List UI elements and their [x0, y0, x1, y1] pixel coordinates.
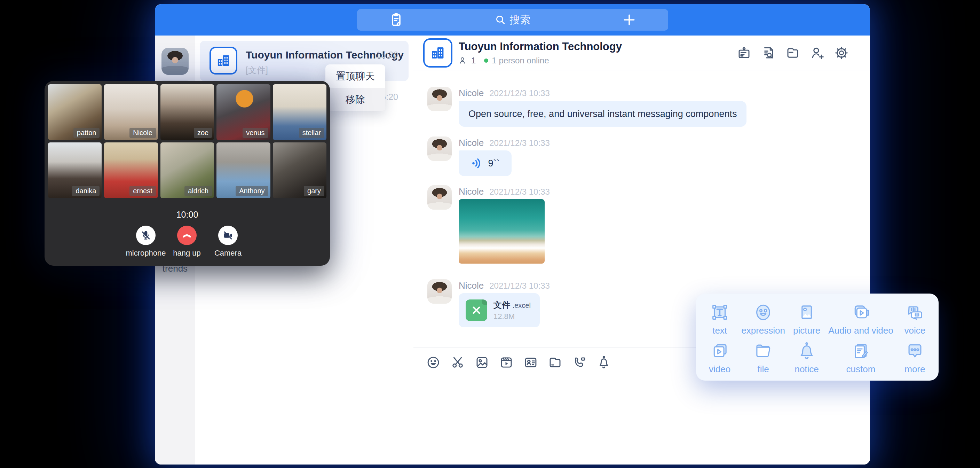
file-size: 12.8M	[493, 312, 515, 321]
message-meta: Nicole2021/12/3 10:33	[459, 137, 550, 149]
camera-muted-icon	[223, 230, 234, 241]
notification-icon[interactable]	[597, 355, 611, 370]
action-text[interactable]: text	[698, 300, 741, 339]
file-message[interactable]: 文件 .excel 12.8M	[459, 293, 540, 327]
avatar[interactable]	[427, 279, 452, 303]
action-voice[interactable]: voice	[893, 300, 937, 339]
video-icon	[710, 341, 730, 361]
notice-icon	[797, 341, 817, 361]
action-more[interactable]: more	[893, 339, 937, 377]
conversation-time: 15:20	[376, 50, 398, 60]
participant-tile[interactable]: ernest	[104, 142, 158, 198]
participant-grid: patton Nicole zoe venus stellar danika e…	[48, 84, 326, 198]
participant-name: patton	[73, 128, 100, 138]
video-clip-icon[interactable]	[499, 355, 514, 370]
participant-tile[interactable]: patton	[48, 84, 102, 140]
action-notice[interactable]: notice	[785, 339, 828, 377]
message-meta: Nicole2021/12/3 10:33	[459, 186, 550, 197]
voice-message[interactable]: 9``	[459, 150, 512, 176]
participant-tile[interactable]: venus	[216, 84, 270, 140]
image-icon[interactable]	[475, 355, 489, 370]
chat-pane: Tuoyun Information Technology 1 1 person…	[414, 35, 870, 465]
participant-tile[interactable]: aldrich	[161, 142, 214, 198]
online-status: 1 person online	[492, 56, 549, 65]
add-icon[interactable]	[622, 12, 637, 29]
action-video[interactable]: video	[698, 339, 741, 377]
announcement-icon[interactable]	[737, 45, 752, 61]
action-label: video	[709, 364, 730, 375]
members-icon	[459, 56, 468, 65]
call-controls: microphone hang up	[45, 226, 330, 264]
topbar: 搜索	[155, 4, 870, 35]
participant-tile[interactable]: zoe	[161, 84, 214, 140]
search-bar[interactable]: 搜索	[357, 9, 668, 30]
audio-video-icon	[851, 302, 871, 323]
action-label: picture	[793, 325, 820, 336]
participant-tile[interactable]: stellar	[273, 84, 326, 140]
folder-icon[interactable]	[548, 355, 562, 370]
sender-name: Nicole	[459, 137, 484, 148]
participant-name: stellar	[299, 128, 325, 138]
chat-meta: 1 1 person online	[459, 56, 549, 65]
participant-tile[interactable]: gary	[273, 142, 326, 198]
file-name: 文件 .excel	[493, 299, 531, 311]
action-expression[interactable]: expression	[741, 300, 785, 339]
contact-card-icon[interactable]	[523, 355, 538, 370]
video-call-panel: patton Nicole zoe venus stellar danika e…	[45, 81, 330, 266]
participant-name: Anthony	[235, 186, 268, 196]
avatar[interactable]	[427, 185, 452, 209]
emoji-icon[interactable]	[426, 355, 441, 370]
menu-item-pin-chat[interactable]: 置顶聊天	[325, 64, 385, 88]
more-icon	[905, 341, 925, 361]
camera-button[interactable]	[218, 226, 238, 245]
action-custom[interactable]: custom	[828, 339, 893, 377]
action-label: text	[713, 325, 727, 336]
action-file[interactable]: file	[741, 339, 785, 377]
hangup-button[interactable]	[177, 226, 197, 245]
action-audio-video[interactable]: Audio and video	[828, 300, 893, 339]
action-picture[interactable]: picture	[785, 300, 828, 339]
settings-icon[interactable]	[834, 45, 849, 61]
sender-name: Nicole	[459, 186, 484, 197]
participant-name: ernest	[129, 186, 156, 196]
voice-duration: 9``	[488, 158, 500, 169]
participant-name: aldrich	[185, 186, 212, 196]
participant-tile[interactable]: Nicole	[104, 84, 158, 140]
message-type-panel: text expression picture	[696, 294, 939, 380]
search-icon	[495, 14, 506, 26]
screenshot-icon[interactable]	[450, 355, 465, 370]
avatar[interactable]	[427, 87, 452, 111]
hangup-icon	[181, 230, 193, 241]
message-meta: Nicole2021/12/3 10:33	[459, 88, 550, 99]
participant-tile[interactable]: Anthony	[216, 142, 270, 198]
online-dot	[484, 59, 488, 63]
microphone-button[interactable]	[136, 226, 156, 245]
file-icon	[753, 341, 773, 361]
video-call-icon[interactable]	[572, 355, 587, 370]
building-icon	[215, 53, 231, 69]
image-message-beach[interactable]	[459, 199, 545, 264]
message-time: 2021/12/3 10:33	[489, 281, 550, 291]
message-time: 2021/12/3 10:33	[489, 138, 550, 148]
participant-tile[interactable]: danika	[48, 142, 102, 198]
search-placeholder: 搜索	[510, 13, 531, 27]
participant-name: danika	[72, 186, 100, 196]
user-avatar[interactable]	[161, 48, 189, 75]
microphone-muted-icon	[140, 230, 151, 241]
chat-header: Tuoyun Information Technology 1 1 person…	[414, 35, 870, 70]
avatar[interactable]	[427, 136, 452, 161]
search-history-icon[interactable]	[761, 45, 776, 61]
chat-group-avatar[interactable]	[423, 38, 452, 67]
voice-icon	[905, 302, 925, 323]
action-label: notice	[794, 364, 819, 375]
text-message[interactable]: Open source, free, and universal instant…	[459, 101, 746, 127]
participant-name: zoe	[194, 128, 212, 138]
chat-title: Tuoyun Information Technology	[459, 40, 622, 53]
action-label: expression	[741, 325, 785, 336]
files-icon[interactable]	[785, 45, 800, 61]
add-member-icon[interactable]	[810, 45, 825, 61]
text-icon	[710, 302, 730, 323]
member-count: 1	[471, 56, 476, 65]
menu-item-remove[interactable]: 移除	[325, 88, 385, 111]
excel-file-icon	[466, 299, 487, 321]
